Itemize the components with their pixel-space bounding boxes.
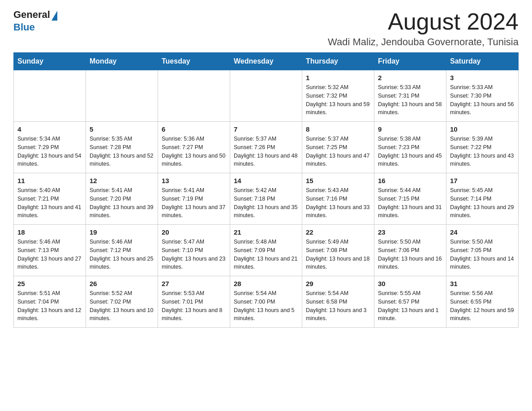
calendar-cell: 22Sunrise: 5:49 AMSunset: 7:08 PMDayligh…: [302, 225, 374, 276]
day-info: Sunrise: 5:35 AMSunset: 7:28 PMDaylight:…: [90, 135, 154, 168]
day-number: 3: [450, 74, 515, 81]
day-info: Sunrise: 5:42 AMSunset: 7:18 PMDaylight:…: [234, 186, 298, 220]
calendar-cell: [86, 70, 158, 122]
day-info: Sunrise: 5:52 AMSunset: 7:02 PMDaylight:…: [90, 289, 154, 323]
day-info: Sunrise: 5:39 AMSunset: 7:22 PMDaylight:…: [450, 135, 515, 168]
day-number: 23: [378, 228, 442, 236]
day-number: 13: [162, 177, 226, 184]
day-info: Sunrise: 5:46 AMSunset: 7:12 PMDaylight:…: [90, 238, 154, 271]
day-info: Sunrise: 5:41 AMSunset: 7:20 PMDaylight:…: [90, 186, 154, 220]
calendar-body: 1Sunrise: 5:32 AMSunset: 7:32 PMDaylight…: [14, 70, 519, 328]
calendar-cell: 16Sunrise: 5:44 AMSunset: 7:15 PMDayligh…: [374, 173, 446, 225]
calendar-cell: 3Sunrise: 5:33 AMSunset: 7:30 PMDaylight…: [446, 70, 519, 122]
calendar-cell: 26Sunrise: 5:52 AMSunset: 7:02 PMDayligh…: [86, 276, 158, 328]
day-number: 4: [17, 125, 82, 133]
day-number: 1: [306, 74, 370, 81]
calendar-cell: 6Sunrise: 5:36 AMSunset: 7:27 PMDaylight…: [158, 122, 230, 173]
calendar-cell: 5Sunrise: 5:35 AMSunset: 7:28 PMDaylight…: [86, 122, 158, 173]
calendar-header: SundayMondayTuesdayWednesdayThursdayFrid…: [14, 53, 519, 70]
day-info: Sunrise: 5:49 AMSunset: 7:08 PMDaylight:…: [306, 238, 370, 271]
calendar-cell: 24Sunrise: 5:50 AMSunset: 7:05 PMDayligh…: [446, 225, 519, 276]
day-number: 28: [234, 280, 298, 287]
weekday-header-tuesday: Tuesday: [158, 53, 230, 70]
day-info: Sunrise: 5:36 AMSunset: 7:27 PMDaylight:…: [162, 135, 226, 168]
calendar-cell: 25Sunrise: 5:51 AMSunset: 7:04 PMDayligh…: [14, 276, 86, 328]
calendar-cell: 28Sunrise: 5:54 AMSunset: 7:00 PMDayligh…: [230, 276, 302, 328]
day-info: Sunrise: 5:37 AMSunset: 7:25 PMDaylight:…: [306, 135, 370, 168]
calendar-cell: 18Sunrise: 5:46 AMSunset: 7:13 PMDayligh…: [14, 225, 86, 276]
logo: General Blue: [13, 9, 57, 33]
weekday-header-row: SundayMondayTuesdayWednesdayThursdayFrid…: [14, 53, 519, 70]
day-number: 19: [90, 228, 154, 236]
day-number: 26: [90, 280, 154, 287]
calendar-cell: 11Sunrise: 5:40 AMSunset: 7:21 PMDayligh…: [14, 173, 86, 225]
day-info: Sunrise: 5:54 AMSunset: 7:00 PMDaylight:…: [234, 289, 298, 323]
weekday-header-thursday: Thursday: [302, 53, 374, 70]
calendar-cell: 21Sunrise: 5:48 AMSunset: 7:09 PMDayligh…: [230, 225, 302, 276]
day-number: 11: [17, 177, 82, 184]
calendar-cell: [158, 70, 230, 122]
day-info: Sunrise: 5:56 AMSunset: 6:55 PMDaylight:…: [450, 289, 515, 323]
day-number: 18: [17, 228, 82, 236]
calendar-cell: 1Sunrise: 5:32 AMSunset: 7:32 PMDaylight…: [302, 70, 374, 122]
weekday-header-friday: Friday: [374, 53, 446, 70]
day-number: 7: [234, 125, 298, 133]
day-info: Sunrise: 5:34 AMSunset: 7:29 PMDaylight:…: [17, 135, 82, 168]
day-number: 27: [162, 280, 226, 287]
calendar-week-row: 18Sunrise: 5:46 AMSunset: 7:13 PMDayligh…: [14, 225, 519, 276]
calendar-cell: 15Sunrise: 5:43 AMSunset: 7:16 PMDayligh…: [302, 173, 374, 225]
day-number: 9: [378, 125, 442, 133]
calendar-week-row: 25Sunrise: 5:51 AMSunset: 7:04 PMDayligh…: [14, 276, 519, 328]
day-number: 15: [306, 177, 370, 184]
calendar-cell: 27Sunrise: 5:53 AMSunset: 7:01 PMDayligh…: [158, 276, 230, 328]
day-info: Sunrise: 5:32 AMSunset: 7:32 PMDaylight:…: [306, 83, 370, 117]
calendar-table: SundayMondayTuesdayWednesdayThursdayFrid…: [13, 52, 519, 328]
calendar-cell: 12Sunrise: 5:41 AMSunset: 7:20 PMDayligh…: [86, 173, 158, 225]
day-info: Sunrise: 5:54 AMSunset: 6:58 PMDaylight:…: [306, 289, 370, 323]
calendar-cell: 2Sunrise: 5:33 AMSunset: 7:31 PMDaylight…: [374, 70, 446, 122]
calendar-cell: 20Sunrise: 5:47 AMSunset: 7:10 PMDayligh…: [158, 225, 230, 276]
month-title: August 2024: [328, 9, 519, 34]
title-area: August 2024 Wadi Maliz, Jendouba Governo…: [328, 9, 519, 48]
day-info: Sunrise: 5:50 AMSunset: 7:05 PMDaylight:…: [450, 238, 515, 271]
day-number: 20: [162, 228, 226, 236]
calendar-cell: 7Sunrise: 5:37 AMSunset: 7:26 PMDaylight…: [230, 122, 302, 173]
day-number: 2: [378, 74, 442, 81]
calendar-week-row: 4Sunrise: 5:34 AMSunset: 7:29 PMDaylight…: [14, 122, 519, 173]
day-info: Sunrise: 5:51 AMSunset: 7:04 PMDaylight:…: [17, 289, 82, 323]
day-number: 14: [234, 177, 298, 184]
day-number: 10: [450, 125, 515, 133]
calendar-cell: [230, 70, 302, 122]
day-info: Sunrise: 5:43 AMSunset: 7:16 PMDaylight:…: [306, 186, 370, 220]
day-info: Sunrise: 5:50 AMSunset: 7:06 PMDaylight:…: [378, 238, 442, 271]
weekday-header-sunday: Sunday: [14, 53, 86, 70]
day-number: 6: [162, 125, 226, 133]
calendar-cell: 29Sunrise: 5:54 AMSunset: 6:58 PMDayligh…: [302, 276, 374, 328]
calendar-week-row: 11Sunrise: 5:40 AMSunset: 7:21 PMDayligh…: [14, 173, 519, 225]
calendar-cell: 19Sunrise: 5:46 AMSunset: 7:12 PMDayligh…: [86, 225, 158, 276]
day-number: 24: [450, 228, 515, 236]
calendar-cell: 10Sunrise: 5:39 AMSunset: 7:22 PMDayligh…: [446, 122, 519, 173]
calendar-cell: 8Sunrise: 5:37 AMSunset: 7:25 PMDaylight…: [302, 122, 374, 173]
day-info: Sunrise: 5:46 AMSunset: 7:13 PMDaylight:…: [17, 238, 82, 271]
day-info: Sunrise: 5:53 AMSunset: 7:01 PMDaylight:…: [162, 289, 226, 323]
day-number: 31: [450, 280, 515, 287]
day-info: Sunrise: 5:41 AMSunset: 7:19 PMDaylight:…: [162, 186, 226, 220]
day-number: 29: [306, 280, 370, 287]
calendar-cell: 31Sunrise: 5:56 AMSunset: 6:55 PMDayligh…: [446, 276, 519, 328]
day-info: Sunrise: 5:48 AMSunset: 7:09 PMDaylight:…: [234, 238, 298, 271]
page-header: General Blue August 2024 Wadi Maliz, Jen…: [13, 9, 519, 48]
day-info: Sunrise: 5:37 AMSunset: 7:26 PMDaylight:…: [234, 135, 298, 168]
day-info: Sunrise: 5:33 AMSunset: 7:31 PMDaylight:…: [378, 83, 442, 117]
calendar-cell: 4Sunrise: 5:34 AMSunset: 7:29 PMDaylight…: [14, 122, 86, 173]
day-number: 22: [306, 228, 370, 236]
calendar-week-row: 1Sunrise: 5:32 AMSunset: 7:32 PMDaylight…: [14, 70, 519, 122]
logo-blue-text: Blue: [13, 21, 35, 33]
calendar-cell: 30Sunrise: 5:55 AMSunset: 6:57 PMDayligh…: [374, 276, 446, 328]
weekday-header-wednesday: Wednesday: [230, 53, 302, 70]
calendar-cell: 14Sunrise: 5:42 AMSunset: 7:18 PMDayligh…: [230, 173, 302, 225]
day-number: 21: [234, 228, 298, 236]
day-number: 5: [90, 125, 154, 133]
calendar-cell: 13Sunrise: 5:41 AMSunset: 7:19 PMDayligh…: [158, 173, 230, 225]
calendar-cell: 23Sunrise: 5:50 AMSunset: 7:06 PMDayligh…: [374, 225, 446, 276]
